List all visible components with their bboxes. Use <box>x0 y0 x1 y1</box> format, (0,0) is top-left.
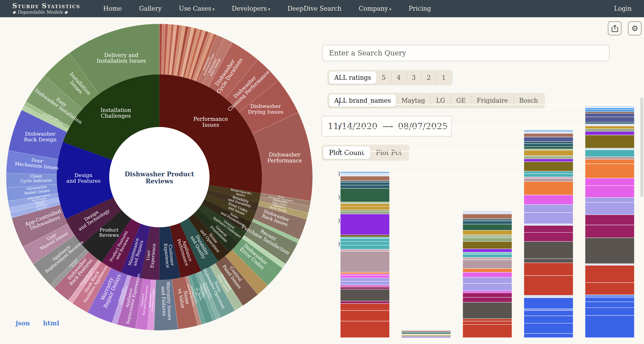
scrollbar-thumb[interactable] <box>640 98 643 197</box>
bar-segment[interactable] <box>524 142 573 144</box>
bar-segment[interactable] <box>524 242 573 259</box>
rating-option-all-ratings[interactable]: ALL ratings <box>329 72 376 84</box>
bar-segment[interactable] <box>340 189 389 202</box>
bar-segment[interactable] <box>585 283 634 295</box>
bar-segment[interactable] <box>524 144 573 147</box>
bar-segment[interactable] <box>340 272 389 274</box>
bar-segment[interactable] <box>340 235 389 237</box>
bar-segment[interactable] <box>585 238 634 264</box>
bar-segment[interactable] <box>585 197 634 203</box>
bar-segment[interactable] <box>585 129 634 132</box>
rating-option-1[interactable]: 1 <box>436 72 451 84</box>
nav-item-gallery[interactable]: Gallery <box>139 5 162 13</box>
html-link[interactable]: html <box>43 320 59 327</box>
bar-segment[interactable] <box>585 215 634 225</box>
bar-segment[interactable] <box>463 277 512 283</box>
bar-segment[interactable] <box>463 238 512 241</box>
stacked-bar-4[interactable] <box>524 130 573 338</box>
settings-button[interactable]: ⚙ <box>628 21 642 35</box>
bar-segment[interactable] <box>463 231 512 235</box>
bar-segment[interactable] <box>524 259 573 263</box>
bar-segment[interactable] <box>463 224 512 231</box>
bar-segment[interactable] <box>340 172 389 173</box>
bar-segment[interactable] <box>463 249 512 252</box>
stacked-bar-5[interactable] <box>585 106 634 338</box>
bar-segment[interactable] <box>585 266 634 283</box>
bar-segment[interactable] <box>524 151 573 156</box>
bar-segment[interactable] <box>402 337 450 338</box>
nav-item-use-cases[interactable]: Use Cases▾ <box>179 5 214 13</box>
rating-option-5[interactable]: 5 <box>376 72 391 84</box>
bar-segment[interactable] <box>585 117 634 123</box>
stacked-bar-3[interactable] <box>463 211 512 338</box>
bar-segment[interactable] <box>340 287 389 289</box>
bar-segment[interactable] <box>524 298 573 309</box>
nav-item-company[interactable]: Company▾ <box>359 5 392 13</box>
bar-segment[interactable] <box>524 182 573 195</box>
bar-segment[interactable] <box>585 106 634 108</box>
login-button[interactable]: Login <box>614 5 632 13</box>
bar-segment[interactable] <box>463 214 512 219</box>
bar-segment[interactable] <box>524 232 573 242</box>
bar-segment[interactable] <box>585 157 634 160</box>
bar-segment[interactable] <box>463 291 512 293</box>
bar-segment[interactable] <box>585 186 634 197</box>
bar-segment[interactable] <box>585 112 634 113</box>
rating-option-3[interactable]: 3 <box>406 72 421 84</box>
bar-segment[interactable] <box>524 174 573 177</box>
bar-segment[interactable] <box>585 308 634 315</box>
bar-segment[interactable] <box>524 147 573 149</box>
bar-segment[interactable] <box>524 334 573 338</box>
bar-segment[interactable] <box>585 124 634 126</box>
bar-segment[interactable] <box>524 224 573 226</box>
bar-segment[interactable] <box>340 303 389 310</box>
stacked-bar-1[interactable] <box>340 172 389 338</box>
bar-segment[interactable] <box>524 204 573 213</box>
bar-segment[interactable] <box>463 283 512 291</box>
bar-segment[interactable] <box>463 241 512 249</box>
bar-segment[interactable] <box>524 213 573 224</box>
bar-segment[interactable] <box>340 281 389 285</box>
bar-segment[interactable] <box>340 245 389 249</box>
bar-segment[interactable] <box>463 257 512 260</box>
bar-segment[interactable] <box>585 164 634 178</box>
bar-segment[interactable] <box>340 176 389 181</box>
bar-segment[interactable] <box>585 113 634 117</box>
bar-segment[interactable] <box>524 159 573 162</box>
bar-segment[interactable] <box>340 237 389 239</box>
bar-segment[interactable] <box>585 178 634 186</box>
bar-segment[interactable] <box>340 310 389 321</box>
bar-segment[interactable] <box>524 177 573 179</box>
bar-segment[interactable] <box>340 239 389 241</box>
bar-segment[interactable] <box>524 195 573 205</box>
bar-segment[interactable] <box>585 225 634 238</box>
bar-segment[interactable] <box>340 210 389 212</box>
bar-segment[interactable] <box>340 278 389 281</box>
bar-segment[interactable] <box>463 297 512 302</box>
bar-segment[interactable] <box>524 226 573 232</box>
bar-segment[interactable] <box>524 276 573 296</box>
bar-segment[interactable] <box>463 235 512 238</box>
bar-segment[interactable] <box>340 212 389 214</box>
bar-segment[interactable] <box>524 171 573 174</box>
bar-segment[interactable] <box>463 321 512 325</box>
bar-segment[interactable] <box>585 150 634 157</box>
bar-segment[interactable] <box>585 126 634 129</box>
bar-segment[interactable] <box>585 315 634 338</box>
bar-segment[interactable] <box>585 302 634 308</box>
nav-item-pricing[interactable]: Pricing <box>408 5 431 13</box>
bar-segment[interactable] <box>340 173 389 176</box>
bar-segment[interactable] <box>340 182 389 185</box>
brand-logo[interactable]: Sturdy Statistics ◆ Dependable Models ◆ <box>12 3 80 14</box>
bar-segment[interactable] <box>340 276 389 278</box>
share-button[interactable] <box>608 21 622 35</box>
bar-segment[interactable] <box>340 321 389 338</box>
rating-option-2[interactable]: 2 <box>421 72 436 84</box>
bar-segment[interactable] <box>585 123 634 124</box>
bar-segment[interactable] <box>585 108 634 110</box>
bar-segment[interactable] <box>340 185 389 189</box>
bar-segment[interactable] <box>463 268 512 272</box>
bar-segment[interactable] <box>524 137 573 142</box>
bar-segment[interactable] <box>340 249 389 252</box>
json-link[interactable]: json <box>16 320 30 327</box>
